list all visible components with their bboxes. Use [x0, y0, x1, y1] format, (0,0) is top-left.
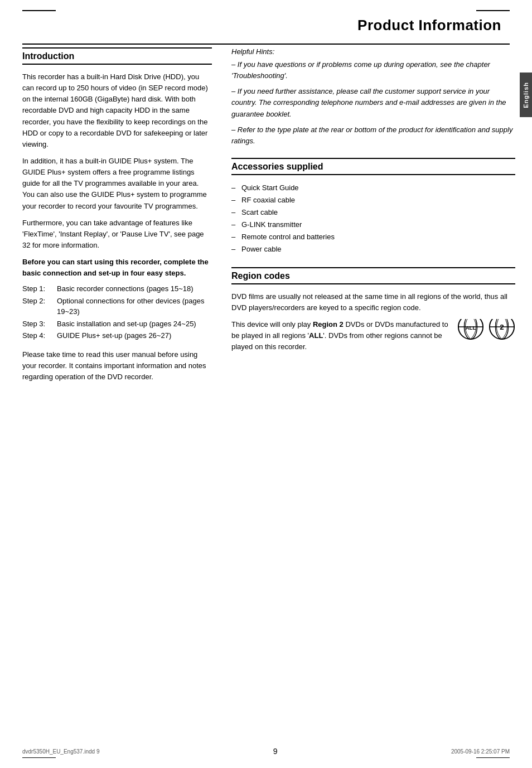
step-3-label: Step 3: [22, 318, 57, 330]
step-4-label: Step 4: [22, 330, 57, 341]
step-row-4: Step 4: GUIDE Plus+ set-up (pages 26~27) [22, 330, 212, 341]
language-tab-label: English [523, 82, 529, 108]
step-2-label: Step 2: [22, 296, 57, 317]
steps-table: Step 1: Basic recorder connections (page… [22, 283, 212, 341]
introduction-section: Introduction This recorder has a built-i… [22, 47, 212, 383]
left-column: Introduction This recorder has a built-i… [22, 47, 223, 746]
footer-timestamp: 2005-09-16 2:25:07 PM [451, 748, 510, 755]
helpful-hints-title: Helpful Hints: [231, 47, 515, 56]
right-column: Helpful Hints: – If you have questions o… [223, 47, 515, 746]
accessories-heading: Accessories supplied [231, 162, 515, 172]
region-codes-section: Region codes DVD films are usually not r… [231, 267, 515, 359]
step-row-3: Step 3: Basic installation and set-up (p… [22, 318, 212, 330]
step-1-desc: Basic recorder connections (pages 15~18) [57, 283, 212, 294]
title-rule [22, 44, 510, 45]
accessory-item-5: Remote control and batteries [231, 231, 515, 243]
step-row-2: Step 2: Optional connections for other d… [22, 296, 212, 317]
intro-bold-para: Before you can start using this recorder… [22, 257, 212, 279]
helpful-hint-1: – If you have questions or if problems c… [231, 59, 515, 81]
accessory-item-3: Scart cable [231, 206, 515, 219]
introduction-header: Introduction [22, 47, 212, 65]
accessories-header: Accessories supplied [231, 158, 515, 175]
intro-closing-para: Please take time to read this user manua… [22, 349, 212, 383]
region-para-1: DVD films are usually not released at th… [231, 291, 515, 313]
main-content: Introduction This recorder has a built-i… [22, 47, 515, 746]
accessories-section: Accessories supplied Quick Start Guide R… [231, 158, 515, 256]
page-title-bar: Product Information [0, 17, 532, 34]
bottom-border-right [476, 757, 510, 759]
region-para-2-start: This device will only play [231, 320, 313, 329]
language-tab: English [520, 73, 532, 117]
region-codes-header: Region codes [231, 267, 515, 284]
page-number: 9 [273, 747, 278, 756]
footer: dvdr5350H_EU_Eng537.indd 9 9 2005-09-16 … [22, 747, 510, 756]
intro-para-3: Furthermore, you can take advantage of f… [22, 218, 212, 251]
accessory-item-2: RF coaxial cable [231, 194, 515, 206]
accessories-list: Quick Start Guide RF coaxial cable Scart… [231, 182, 515, 256]
step-3-desc: Basic installation and set-up (pages 24~… [57, 318, 212, 330]
region-all-icon: ALL [457, 319, 484, 340]
region-2-icon: 2 [489, 319, 515, 340]
introduction-heading: Introduction [22, 51, 212, 61]
step-4-desc: GUIDE Plus+ set-up (pages 26~27) [57, 330, 212, 341]
step-row-1: Step 1: Basic recorder connections (page… [22, 283, 212, 294]
accessory-item-6: Power cable [231, 243, 515, 255]
accessory-item-1: Quick Start Guide [231, 182, 515, 194]
region-codes-heading: Region codes [231, 271, 515, 281]
helpful-hint-2: – If you need further assistance, please… [231, 86, 515, 119]
accessory-item-4: G-LINK transmitter [231, 219, 515, 231]
footer-filename: dvdr5350H_EU_Eng537.indd 9 [22, 748, 99, 755]
top-border-right [476, 10, 510, 11]
page-container: English Product Information Introduction… [0, 0, 532, 768]
region-all-bold: ALL [309, 331, 323, 340]
page-title: Product Information [0, 17, 501, 34]
intro-para-1: This recorder has a built-in Hard Disk D… [22, 71, 212, 150]
svg-text:ALL: ALL [466, 325, 476, 331]
region-2-bold: Region 2 [313, 320, 344, 329]
region-icons: ALL 2 [457, 319, 515, 340]
helpful-hints-section: Helpful Hints: – If you have questions o… [231, 47, 515, 147]
bottom-border-left [22, 757, 56, 759]
region-para-2-container: ALL 2 [231, 319, 515, 358]
step-2-desc: Optional connections for other devices (… [57, 296, 212, 317]
helpful-hint-3: – Refer to the type plate at the rear or… [231, 124, 515, 147]
step-1-label: Step 1: [22, 283, 57, 294]
svg-text:2: 2 [500, 323, 504, 331]
intro-para-2: In addition, it has a built-in GUIDE Plu… [22, 156, 212, 212]
top-border-left [22, 10, 56, 11]
